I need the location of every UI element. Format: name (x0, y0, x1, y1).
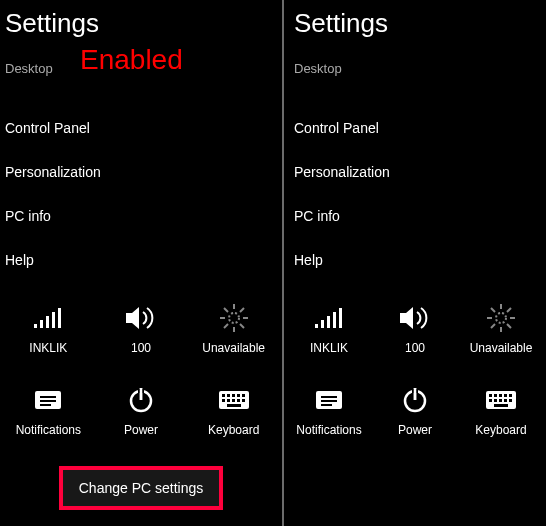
svg-rect-39 (339, 308, 342, 328)
power-tile[interactable]: Power (374, 382, 456, 436)
item-control-panel[interactable]: Control Panel (284, 106, 546, 150)
svg-rect-30 (227, 399, 230, 402)
tile-label: 100 (100, 342, 182, 354)
svg-marker-5 (126, 307, 139, 329)
svg-line-12 (240, 324, 244, 328)
notifications-tile[interactable]: Notifications (288, 382, 370, 436)
svg-rect-38 (333, 312, 336, 328)
item-control-panel[interactable]: Control Panel (0, 106, 282, 150)
power-icon (374, 382, 456, 418)
svg-rect-67 (504, 399, 507, 402)
settings-title: Settings (284, 0, 546, 39)
svg-line-49 (507, 308, 511, 312)
svg-line-48 (491, 324, 495, 328)
keyboard-icon (460, 382, 542, 418)
svg-rect-62 (504, 394, 507, 397)
svg-rect-31 (232, 399, 235, 402)
item-help[interactable]: Help (284, 238, 546, 282)
speaker-icon (100, 300, 182, 336)
svg-rect-60 (494, 394, 497, 397)
keyboard-icon (193, 382, 275, 418)
speaker-icon (374, 300, 456, 336)
svg-rect-25 (227, 394, 230, 397)
settings-list: Control Panel Personalization PC info He… (284, 106, 546, 282)
svg-rect-34 (227, 404, 241, 407)
svg-point-41 (496, 313, 506, 323)
svg-rect-69 (494, 404, 508, 407)
tile-label: INKLIK (288, 342, 370, 354)
brightness-icon (193, 300, 275, 336)
svg-rect-33 (242, 399, 245, 402)
item-help[interactable]: Help (0, 238, 282, 282)
tile-row-2: Notifications Power Keyboard (0, 382, 282, 436)
svg-rect-59 (489, 394, 492, 397)
tile-label: Keyboard (193, 424, 275, 436)
svg-rect-32 (237, 399, 240, 402)
tile-label: Power (100, 424, 182, 436)
tile-row-2: Notifications Power Keyboard (284, 382, 546, 436)
brightness-tile[interactable]: Unavailable (460, 300, 542, 354)
item-pc-info[interactable]: PC info (0, 194, 282, 238)
svg-rect-4 (58, 308, 61, 328)
svg-rect-35 (315, 324, 318, 328)
svg-rect-0 (34, 324, 37, 328)
notifications-icon (7, 382, 89, 418)
tile-row-1: INKLIK 100 Unavailable (0, 300, 282, 354)
svg-rect-68 (509, 399, 512, 402)
svg-rect-64 (489, 399, 492, 402)
svg-rect-24 (222, 394, 225, 397)
svg-rect-29 (222, 399, 225, 402)
svg-rect-61 (499, 394, 502, 397)
svg-point-6 (229, 313, 239, 323)
volume-tile[interactable]: 100 (374, 300, 456, 354)
svg-line-46 (491, 308, 495, 312)
keyboard-tile[interactable]: Keyboard (193, 382, 275, 436)
svg-rect-66 (499, 399, 502, 402)
change-pc-settings-button[interactable]: Change PC settings (59, 466, 224, 510)
context-label: Desktop (284, 39, 546, 76)
tile-label: Keyboard (460, 424, 542, 436)
brightness-icon (460, 300, 542, 336)
network-tile[interactable]: INKLIK (288, 300, 370, 354)
svg-rect-1 (40, 320, 43, 328)
tile-label: Notifications (7, 424, 89, 436)
settings-list: Control Panel Personalization PC info He… (0, 106, 282, 282)
svg-rect-63 (509, 394, 512, 397)
tile-label: INKLIK (7, 342, 89, 354)
signal-bars-icon (288, 300, 370, 336)
power-tile[interactable]: Power (100, 382, 182, 436)
svg-rect-37 (327, 316, 330, 328)
settings-panel-enabled: Settings Enabled Desktop Control Panel P… (0, 0, 282, 526)
network-tile[interactable]: INKLIK (7, 300, 89, 354)
tile-label: Notifications (288, 424, 370, 436)
svg-line-13 (224, 324, 228, 328)
volume-tile[interactable]: 100 (100, 300, 182, 354)
item-personalization[interactable]: Personalization (0, 150, 282, 194)
power-icon (100, 382, 182, 418)
tile-label: Unavailable (460, 342, 542, 354)
svg-marker-40 (400, 307, 413, 329)
svg-rect-65 (494, 399, 497, 402)
svg-rect-2 (46, 316, 49, 328)
svg-rect-3 (52, 312, 55, 328)
annotation-enabled: Enabled (80, 44, 183, 76)
tile-label: 100 (374, 342, 456, 354)
svg-rect-36 (321, 320, 324, 328)
svg-rect-27 (237, 394, 240, 397)
tile-label: Unavailable (193, 342, 275, 354)
item-personalization[interactable]: Personalization (284, 150, 546, 194)
notifications-tile[interactable]: Notifications (7, 382, 89, 436)
item-pc-info[interactable]: PC info (284, 194, 546, 238)
notifications-icon (288, 382, 370, 418)
tile-row-1: INKLIK 100 Unavailable (284, 300, 546, 354)
tile-label: Power (374, 424, 456, 436)
brightness-tile[interactable]: Unavailable (193, 300, 275, 354)
svg-rect-26 (232, 394, 235, 397)
svg-line-11 (224, 308, 228, 312)
signal-bars-icon (7, 300, 89, 336)
svg-line-14 (240, 308, 244, 312)
settings-panel-disabled: Settings Disabled Desktop Control Panel … (284, 0, 546, 526)
keyboard-tile[interactable]: Keyboard (460, 382, 542, 436)
settings-title: Settings (0, 0, 282, 39)
svg-rect-28 (242, 394, 245, 397)
